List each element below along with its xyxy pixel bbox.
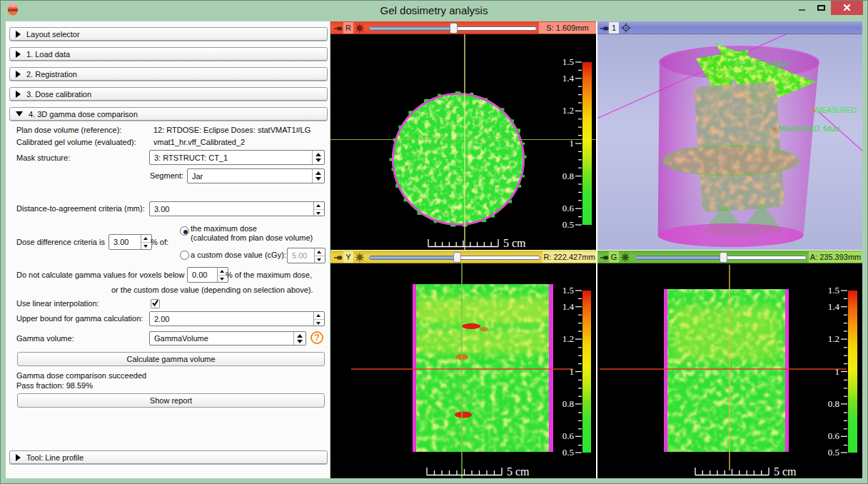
- svg-text:5 cm: 5 cm: [774, 465, 797, 478]
- svg-text:0.8: 0.8: [562, 171, 574, 181]
- svg-text:0.5: 0.5: [562, 219, 574, 230]
- svg-text:1: 1: [570, 138, 575, 148]
- svg-text:1.5: 1.5: [828, 285, 839, 296]
- svg-text:1.2: 1.2: [828, 333, 839, 344]
- svg-text:1.4: 1.4: [562, 73, 575, 84]
- svg-text:0.5: 0.5: [562, 447, 574, 458]
- svg-text:5 cm: 5 cm: [503, 237, 526, 249]
- svg-text:MEASURED: fiduc: MEASURED: fiduc: [729, 60, 788, 68]
- svg-text:5 cm: 5 cm: [507, 465, 530, 478]
- svg-text:1.4: 1.4: [562, 301, 575, 312]
- svg-text:0.5: 0.5: [828, 447, 839, 458]
- svg-text:1: 1: [835, 366, 840, 377]
- svg-text:1: 1: [570, 366, 575, 377]
- svg-text:0.6: 0.6: [828, 430, 840, 441]
- svg-text:1.2: 1.2: [562, 105, 574, 116]
- svg-text:1.5: 1.5: [562, 285, 574, 296]
- svg-text:1.4: 1.4: [828, 301, 840, 312]
- svg-text:0.6: 0.6: [562, 430, 575, 441]
- svg-text:0.8: 0.8: [828, 398, 839, 409]
- svg-text:1.2: 1.2: [562, 333, 574, 344]
- svg-text:MEASURED: fiduci: MEASURED: fiduci: [779, 125, 840, 133]
- svg-text:1.5: 1.5: [562, 56, 574, 67]
- svg-text:0.6: 0.6: [562, 203, 575, 213]
- svg-text:0.8: 0.8: [562, 398, 574, 409]
- svg-text:MEASURED: MEASURED: [816, 106, 857, 114]
